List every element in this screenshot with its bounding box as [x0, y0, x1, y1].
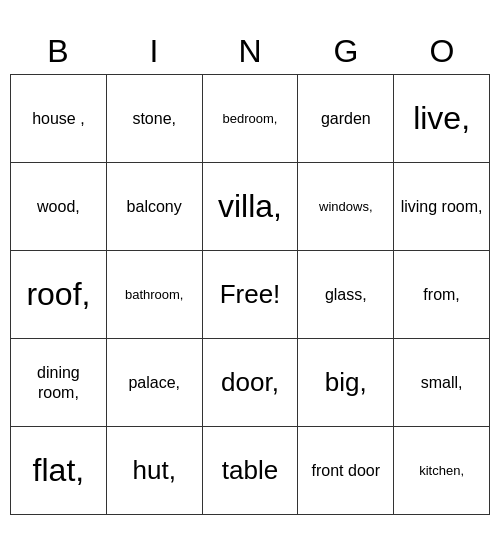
bingo-cell: Free!: [203, 251, 299, 339]
bingo-cell: house ,: [11, 75, 107, 163]
bingo-cell: kitchen,: [394, 427, 490, 515]
bingo-cell: big,: [298, 339, 394, 427]
bingo-cell: door,: [203, 339, 299, 427]
bingo-cell: from,: [394, 251, 490, 339]
bingo-cell: wood,: [11, 163, 107, 251]
bingo-cell: small,: [394, 339, 490, 427]
header-letter: B: [10, 29, 106, 74]
bingo-cell: balcony: [107, 163, 203, 251]
bingo-cell: palace,: [107, 339, 203, 427]
bingo-cell: dining room,: [11, 339, 107, 427]
bingo-cell: glass,: [298, 251, 394, 339]
header-letter: G: [298, 29, 394, 74]
bingo-header: BINGO: [10, 29, 490, 74]
bingo-cell: flat,: [11, 427, 107, 515]
header-letter: N: [202, 29, 298, 74]
bingo-cell: bathroom,: [107, 251, 203, 339]
bingo-cell: table: [203, 427, 299, 515]
header-letter: O: [394, 29, 490, 74]
bingo-cell: bedroom,: [203, 75, 299, 163]
bingo-cell: roof,: [11, 251, 107, 339]
bingo-cell: stone,: [107, 75, 203, 163]
bingo-cell: garden: [298, 75, 394, 163]
header-letter: I: [106, 29, 202, 74]
bingo-cell: live,: [394, 75, 490, 163]
bingo-cell: villa,: [203, 163, 299, 251]
bingo-cell: hut,: [107, 427, 203, 515]
bingo-cell: living room,: [394, 163, 490, 251]
bingo-cell: windows,: [298, 163, 394, 251]
bingo-card: BINGO house ,stone,bedroom,gardenlive,wo…: [10, 29, 490, 515]
bingo-grid: house ,stone,bedroom,gardenlive,wood,bal…: [10, 74, 490, 515]
bingo-cell: front door: [298, 427, 394, 515]
